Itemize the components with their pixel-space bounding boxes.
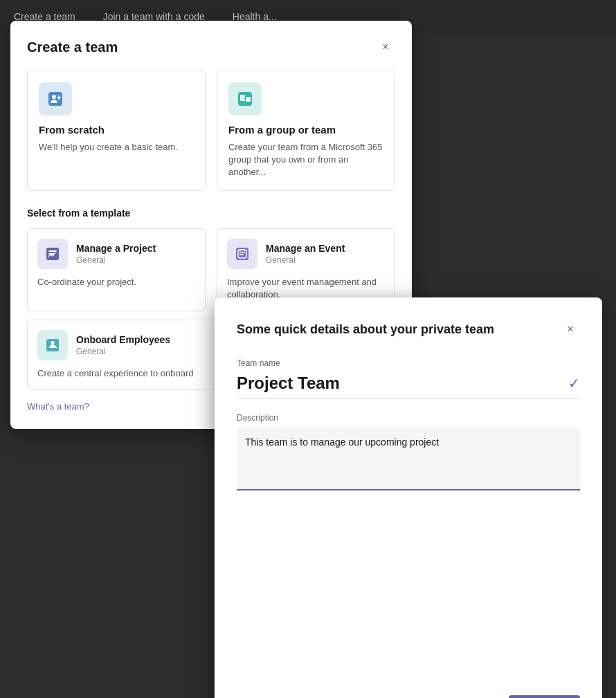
description-label: Description [237,413,580,423]
create-button[interactable]: Create [509,695,580,698]
svg-rect-12 [48,253,54,255]
manage-event-icon [227,239,257,269]
quick-details-close-button[interactable]: × [561,320,580,339]
quick-details-footer: ‹ Back Create [237,684,580,698]
close-icon: × [382,41,388,53]
template-section-label: Select from a template [27,208,395,219]
create-team-title: Create a team [27,39,118,55]
svg-rect-8 [246,97,251,102]
svg-rect-1 [48,92,62,106]
from-scratch-icon-wrap [39,82,72,116]
create-team-close-button[interactable]: × [376,37,395,57]
team-name-input[interactable] [237,374,568,393]
quick-details-modal: Some quick details about your private te… [215,297,602,698]
team-name-field-group: Team name ✓ [237,358,580,399]
quick-details-modal-header: Some quick details about your private te… [237,320,580,339]
manage-project-title: Manage a Project [76,243,156,254]
from-scratch-desc: We'll help you create a basic team. [39,141,194,154]
close-icon-2: × [567,323,573,336]
svg-rect-17 [239,254,244,255]
from-group-desc: Create your team from a Microsoft 365 gr… [228,141,383,179]
team-name-row: ✓ [237,374,580,399]
manage-project-header: Manage a Project General [37,239,195,269]
description-field-wrap: This team is to manage our upcoming proj… [237,428,580,490]
onboard-employees-info: Onboard Employees General [76,334,170,356]
manage-project-subtitle: General [76,255,156,265]
svg-rect-11 [48,250,57,252]
from-scratch-card[interactable]: From scratch We'll help you create a bas… [27,71,206,191]
check-icon: ✓ [568,375,580,392]
description-field-group: Description This team is to manage our u… [237,413,580,490]
svg-point-22 [51,341,55,345]
manage-project-desc: Co-ordinate your project. [37,276,195,288]
svg-rect-16 [239,252,245,253]
manage-event-header: Manage an Event General [227,239,385,269]
from-group-card[interactable]: From a group or team Create your team fr… [217,71,395,191]
onboard-employees-subtitle: General [76,347,170,356]
description-textarea[interactable]: This team is to manage our upcoming proj… [245,437,572,478]
from-group-icon-wrap [228,82,262,116]
people-add-icon [46,89,65,109]
manage-project-icon [37,239,68,269]
manage-event-subtitle: General [266,255,345,265]
create-team-modal-header: Create a team × [27,37,395,57]
team-name-label: Team name [237,358,580,368]
whats-team-link[interactable]: What's a team? [27,401,89,412]
manage-project-info: Manage a Project General [76,243,156,265]
option-cards-row: From scratch We'll help you create a bas… [27,71,395,191]
onboard-employees-icon [37,330,68,360]
manage-event-info: Manage an Event General [266,243,345,265]
manage-event-title: Manage an Event [266,243,345,254]
from-group-title: From a group or team [228,124,383,136]
onboard-employees-title: Onboard Employees [76,334,170,345]
quick-details-title: Some quick details about your private te… [237,322,494,337]
group-convert-icon [235,89,255,109]
manage-project-card[interactable]: Manage a Project General Co-ordinate you… [27,228,206,311]
from-scratch-title: From scratch [39,124,194,136]
svg-point-2 [52,95,56,99]
